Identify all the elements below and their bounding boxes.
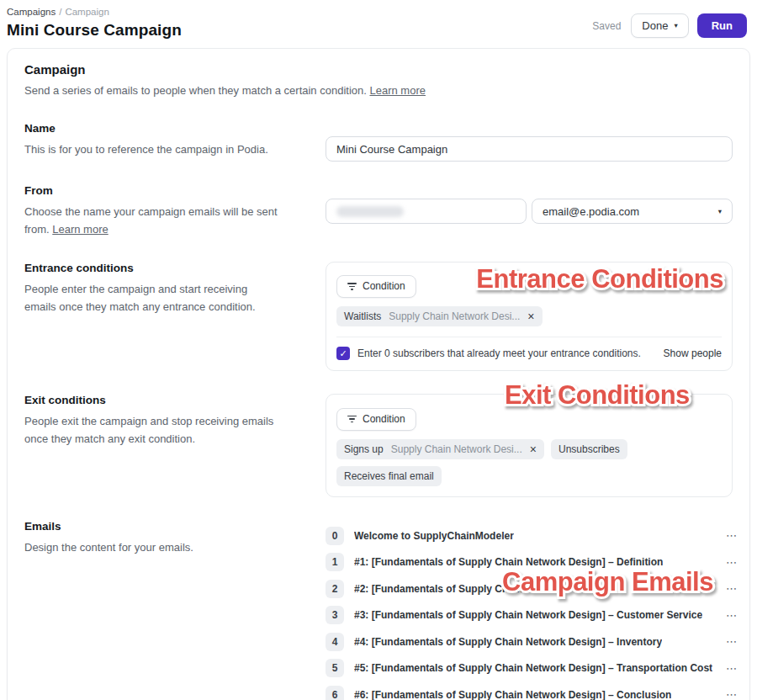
campaign-section-title: Campaign bbox=[24, 62, 733, 77]
name-description: This is for you to reference the campaig… bbox=[24, 141, 278, 159]
topbar-actions: Saved Done ▾ Run bbox=[592, 7, 747, 38]
campaign-section-header: Campaign Send a series of emails to peop… bbox=[24, 62, 733, 99]
enter-subscribers-label: Enter 0 subscribers that already meet yo… bbox=[357, 347, 641, 359]
done-button[interactable]: Done ▾ bbox=[631, 13, 688, 38]
close-icon[interactable]: × bbox=[527, 310, 534, 322]
campaign-settings-card: Campaign Send a series of emails to peop… bbox=[7, 48, 750, 700]
from-row-right: email@e.podia.com ▾ bbox=[326, 184, 733, 239]
show-people-link[interactable]: Show people bbox=[664, 347, 722, 359]
entrance-tags: Waitlists Supply Chain Network Desi... × bbox=[336, 306, 722, 326]
exit-condition-tag[interactable]: Signs up Supply Chain Network Desi... × bbox=[336, 439, 544, 459]
entrance-conditions-description: People enter the campaign and start rece… bbox=[24, 281, 278, 316]
chevron-down-icon: ▾ bbox=[718, 208, 722, 215]
entrance-row-left: Entrance conditions People enter the cam… bbox=[24, 262, 326, 372]
entrance-condition-tag[interactable]: Waitlists Supply Chain Network Desi... × bbox=[336, 306, 543, 326]
emails-row-right: Campaign Emails 0 Welcome to SupplyChain… bbox=[326, 520, 741, 700]
exit-conditions-panel: Exit Conditions Condition Signs up Suppl… bbox=[326, 394, 733, 497]
emails-row-left: Emails Design the content for your email… bbox=[24, 520, 326, 700]
exit-condition-button[interactable]: Condition bbox=[336, 408, 416, 431]
entrance-conditions-panel: Entrance Conditions Condition Waitlists … bbox=[326, 262, 733, 372]
entrance-condition-button[interactable]: Condition bbox=[336, 275, 416, 298]
breadcrumb-current: Campaign bbox=[65, 7, 109, 17]
campaign-section-description: Send a series of emails to people when t… bbox=[24, 82, 733, 99]
close-icon[interactable]: × bbox=[530, 443, 537, 455]
email-index-badge[interactable]: 6 bbox=[326, 686, 344, 700]
email-title: #3: [Fundamentals of Supply Chain Networ… bbox=[354, 609, 702, 621]
exit-condition-button-label: Condition bbox=[363, 413, 405, 425]
exit-row-right: Exit Conditions Condition Signs up Suppl… bbox=[326, 394, 733, 497]
email-list-item[interactable]: 0 Welcome to SupplyChainModeler ⋯ bbox=[326, 522, 741, 549]
from-learn-more-link[interactable]: Learn more bbox=[52, 223, 108, 236]
entrance-tag-value: Supply Chain Network Desi... bbox=[389, 310, 520, 322]
breadcrumb-separator: / bbox=[59, 7, 61, 17]
campaign-description-text: Send a series of emails to people when t… bbox=[24, 84, 367, 97]
page-title: Mini Course Campaign bbox=[7, 21, 182, 40]
email-list-item[interactable]: 1 #1: [Fundamentals of Supply Chain Netw… bbox=[326, 549, 741, 576]
email-title: #6: [Fundamentals of Supply Chain Networ… bbox=[354, 689, 671, 700]
run-button[interactable]: Run bbox=[697, 13, 747, 38]
name-row: Name This is for you to reference the ca… bbox=[24, 122, 733, 162]
from-email-select[interactable]: email@e.podia.com ▾ bbox=[532, 199, 733, 224]
email-title: #5: [Fundamentals of Supply Chain Networ… bbox=[354, 662, 712, 674]
email-list-item[interactable]: 5 #5: [Fundamentals of Supply Chain Netw… bbox=[326, 655, 741, 682]
email-list-item[interactable]: 6 #6: [Fundamentals of Supply Chain Netw… bbox=[326, 681, 741, 700]
email-index-badge[interactable]: 1 bbox=[326, 553, 344, 571]
emails-row: Emails Design the content for your email… bbox=[24, 520, 733, 700]
email-list-item[interactable]: 2 #2: [Fundamentals of Supply Chain Netw… bbox=[326, 575, 741, 602]
filter-icon bbox=[347, 416, 357, 423]
email-title: #4: [Fundamentals of Supply Chain Networ… bbox=[354, 636, 662, 648]
breadcrumb-campaigns-link[interactable]: Campaigns bbox=[7, 7, 56, 17]
chevron-down-icon: ▾ bbox=[674, 22, 677, 29]
from-description: Choose the name your campaign emails wil… bbox=[24, 204, 278, 239]
entrance-annotation: Entrance Conditions bbox=[476, 264, 723, 294]
exit-tag-receives-final-label: Receives final email bbox=[344, 470, 434, 482]
enter-subscribers-checkbox[interactable]: ✓ bbox=[336, 347, 350, 360]
exit-row-left: Exit conditions People exit the campaign… bbox=[24, 394, 326, 497]
ellipsis-menu-icon[interactable]: ⋯ bbox=[723, 607, 741, 623]
done-button-label: Done bbox=[642, 19, 668, 32]
from-name-input[interactable] bbox=[326, 199, 527, 224]
emails-description: Design the content for your emails. bbox=[24, 539, 278, 557]
exit-tag-unsubscribes[interactable]: Unsubscribes bbox=[551, 439, 627, 459]
from-row-left: From Choose the name your campaign email… bbox=[24, 184, 326, 239]
exit-tag-type: Signs up bbox=[344, 443, 384, 455]
entrance-tag-type: Waitlists bbox=[344, 310, 381, 322]
entrance-conditions-label: Entrance conditions bbox=[24, 262, 326, 274]
ellipsis-menu-icon[interactable]: ⋯ bbox=[723, 554, 741, 570]
saved-status: Saved bbox=[592, 20, 621, 32]
email-index-badge[interactable]: 3 bbox=[326, 606, 344, 624]
campaign-learn-more-link[interactable]: Learn more bbox=[369, 84, 425, 97]
email-list-item[interactable]: 4 #4: [Fundamentals of Supply Chain Netw… bbox=[326, 628, 741, 655]
entrance-row-right: Entrance Conditions Condition Waitlists … bbox=[326, 262, 733, 372]
from-email-value: email@e.podia.com bbox=[543, 205, 639, 218]
exit-tag-receives-final-email[interactable]: Receives final email bbox=[336, 466, 442, 486]
exit-conditions-description: People exit the campaign and stop receiv… bbox=[24, 413, 278, 448]
email-index-badge[interactable]: 5 bbox=[326, 659, 344, 677]
exit-conditions-row: Exit conditions People exit the campaign… bbox=[24, 394, 733, 497]
ellipsis-menu-icon[interactable]: ⋯ bbox=[723, 660, 741, 676]
from-fields: email@e.podia.com ▾ bbox=[326, 199, 733, 224]
email-index-badge[interactable]: 0 bbox=[326, 527, 344, 545]
filter-icon bbox=[347, 283, 357, 290]
name-row-left: Name This is for you to reference the ca… bbox=[24, 122, 326, 162]
email-index-badge[interactable]: 2 bbox=[326, 580, 344, 598]
exit-tag-value: Supply Chain Network Desi... bbox=[391, 443, 522, 455]
ellipsis-menu-icon[interactable]: ⋯ bbox=[723, 634, 741, 650]
emails-label: Emails bbox=[24, 520, 326, 533]
name-label: Name bbox=[24, 122, 326, 135]
topbar: Campaigns / Campaign Mini Course Campaig… bbox=[0, 0, 757, 48]
exit-tag-unsubscribes-label: Unsubscribes bbox=[558, 443, 620, 455]
name-row-right bbox=[326, 122, 733, 162]
email-index-badge[interactable]: 4 bbox=[326, 633, 344, 651]
campaign-name-input[interactable] bbox=[326, 136, 733, 162]
exit-conditions-label: Exit conditions bbox=[24, 394, 326, 406]
check-icon: ✓ bbox=[339, 348, 347, 359]
ellipsis-menu-icon[interactable]: ⋯ bbox=[723, 528, 741, 544]
ellipsis-menu-icon[interactable]: ⋯ bbox=[723, 687, 741, 700]
email-list-item[interactable]: 3 #3: [Fundamentals of Supply Chain Netw… bbox=[326, 602, 741, 629]
email-title: #2: [Fundamentals of Supply Chain Netwo bbox=[354, 583, 556, 595]
breadcrumb: Campaigns / Campaign bbox=[7, 7, 182, 17]
ellipsis-menu-icon[interactable]: ⋯ bbox=[723, 581, 741, 597]
from-row: From Choose the name your campaign email… bbox=[24, 184, 733, 239]
entrance-checkbox-row: ✓ Enter 0 subscribers that already meet … bbox=[336, 337, 722, 360]
